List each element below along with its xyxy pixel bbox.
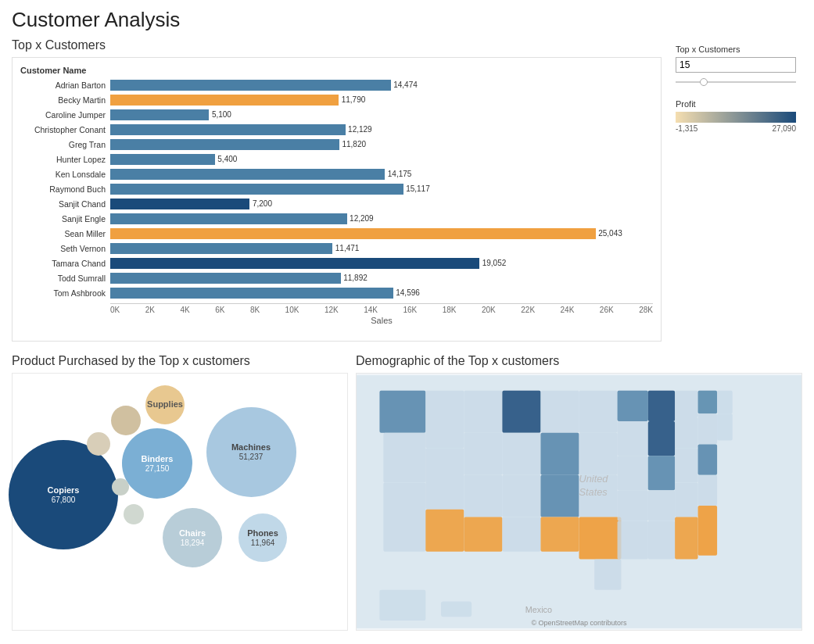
bubble-chart-title: Product Purchased by the Top x customers <box>12 354 348 368</box>
bubble-name: Chairs <box>179 528 206 538</box>
bar-value-label: 7,200 <box>253 199 686 208</box>
bar <box>110 80 391 91</box>
x-tick: 0K <box>110 306 120 314</box>
bar-chart-container: Customer Name Adrian Barton14,474Becky M… <box>12 57 662 342</box>
profit-legend: Profit -1,315 27,090 <box>676 99 796 133</box>
bar <box>110 258 479 269</box>
map-credit: © OpenStreetMap contributors <box>531 619 626 627</box>
svg-rect-42 <box>698 506 718 556</box>
bubble: Chairs18,294 <box>163 508 222 567</box>
bar <box>110 109 209 120</box>
svg-rect-8 <box>464 433 502 475</box>
bubble: Machines51,237 <box>206 407 296 497</box>
map-area: Mexico United States © OpenStreetMap con… <box>356 373 802 631</box>
x-tick: 6K <box>215 306 224 314</box>
bar-label: Greg Tran <box>20 140 110 149</box>
svg-rect-1 <box>379 391 425 433</box>
bar-row: Ken Lonsdale14,175 <box>20 167 653 181</box>
bar <box>110 243 332 254</box>
x-tick: 26K <box>600 306 614 314</box>
x-tick: 18K <box>443 306 457 314</box>
bar-label: Becky Martin <box>20 95 110 105</box>
bar-row: Tom Ashbrook14,596 <box>20 286 653 300</box>
top-x-section-title: Top x Customers <box>12 38 662 52</box>
bar-label: Caroline Jumper <box>20 110 110 120</box>
profit-gradient <box>676 112 796 123</box>
top-x-slider[interactable] <box>676 76 796 88</box>
bar-label: Todd Sumrall <box>20 274 110 283</box>
bar <box>110 184 403 195</box>
bubble-value: 67,800 <box>52 496 76 504</box>
bar-label: Christopher Conant <box>20 125 110 134</box>
bar-value-label: 5,400 <box>217 155 686 163</box>
svg-rect-4 <box>425 391 464 449</box>
bar-value-label: 25,043 <box>598 229 686 238</box>
svg-rect-37 <box>675 517 697 560</box>
svg-rect-15 <box>540 391 579 433</box>
bar-row: Sanjit Engle12,209 <box>20 212 653 226</box>
svg-rect-11 <box>502 391 540 433</box>
bar-area: 11,892 <box>110 273 653 284</box>
svg-rect-40 <box>698 444 718 474</box>
svg-rect-39 <box>698 413 718 444</box>
svg-text:United: United <box>579 473 609 485</box>
bubble-chart-container: Product Purchased by the Top x customers… <box>12 354 348 631</box>
bar-label: Adrian Barton <box>20 80 110 90</box>
bar-area: 11,820 <box>110 139 653 150</box>
svg-text:Mexico: Mexico <box>525 605 552 614</box>
bar <box>110 288 393 299</box>
svg-rect-13 <box>502 475 540 517</box>
bar-area: 15,117 <box>110 184 653 195</box>
bubble-name: Binders <box>142 454 174 464</box>
x-tick: 24K <box>561 306 575 314</box>
svg-rect-30 <box>648 456 675 490</box>
bubble <box>112 478 129 496</box>
svg-rect-27 <box>618 521 648 560</box>
top-x-input[interactable] <box>676 57 796 73</box>
bubble-name: Copiers <box>48 485 80 496</box>
bubble-name: Supplies <box>147 399 183 410</box>
bubble-value: 11,964 <box>251 538 275 547</box>
bar-label: Tom Ashbrook <box>20 288 110 298</box>
x-tick: 20K <box>482 306 496 314</box>
bar-chart-col-header: Customer Name <box>20 66 653 75</box>
bubble <box>87 432 110 456</box>
profit-max: 27,090 <box>772 124 796 133</box>
top-x-control-label: Top x Customers <box>676 45 796 54</box>
page-title: Customer Analysis <box>12 8 802 32</box>
x-tick: 8K <box>250 306 260 314</box>
bar-row: Tamara Chand19,052 <box>20 256 653 270</box>
svg-rect-12 <box>502 433 540 475</box>
bar <box>110 95 339 106</box>
svg-rect-36 <box>675 482 697 517</box>
svg-rect-5 <box>425 448 464 509</box>
map-container: Demographic of the Top x customers <box>356 354 802 631</box>
svg-rect-22 <box>579 517 622 560</box>
bar-row: Adrian Barton14,474 <box>20 78 653 92</box>
bubble-value: 18,294 <box>181 538 205 547</box>
bar-area: 5,400 <box>110 154 653 165</box>
bar <box>110 199 249 209</box>
bar-value-label: 12,209 <box>350 214 686 223</box>
bar <box>110 169 385 180</box>
svg-rect-18 <box>540 517 579 552</box>
bar-label: Hunter Lopez <box>20 155 110 164</box>
bar-value-label: 11,790 <box>342 95 686 104</box>
bar-area: 14,175 <box>110 169 653 180</box>
x-tick: 28K <box>639 306 653 314</box>
x-tick: 2K <box>145 306 155 314</box>
svg-rect-14 <box>502 517 540 552</box>
bubble-name: Machines <box>231 442 271 453</box>
bar-area: 14,596 <box>110 288 653 299</box>
svg-rect-32 <box>648 521 675 560</box>
bubble-name: Phones <box>247 528 278 538</box>
bar-value-label: 14,474 <box>393 80 686 89</box>
bar-label: Sanjit Chand <box>20 199 110 209</box>
bar-label: Seth Vernon <box>20 244 110 253</box>
bar-row: Sean Miller25,043 <box>20 227 653 241</box>
bar-value-label: 19,052 <box>482 259 686 267</box>
svg-rect-28 <box>648 391 675 421</box>
bubble: Copiers67,800 <box>9 440 118 549</box>
svg-rect-16 <box>540 433 579 475</box>
bar-label: Sanjit Engle <box>20 214 110 224</box>
